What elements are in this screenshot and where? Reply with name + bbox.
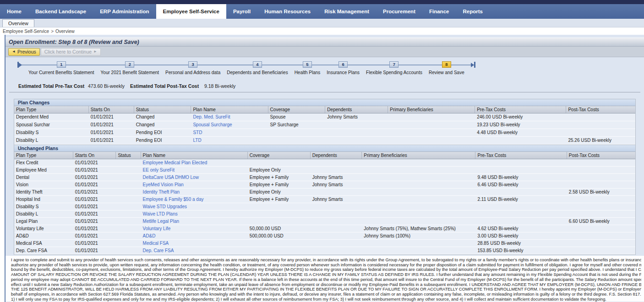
plan-name-link[interactable]: Employee & Family $50 a day	[141, 196, 248, 203]
plan-name-link[interactable]: DeltaCare USA DHMO Low	[141, 174, 248, 181]
disclaimer-line: I agree to complete and submit to any pr…	[11, 258, 641, 263]
wizard-step-2[interactable]: 2Your 2021 Benefit Statement	[101, 61, 159, 75]
plan-name-link[interactable]: AD&D	[141, 232, 248, 239]
cell-post-tax-costs	[567, 203, 635, 210]
nav-tab-backend-landscape[interactable]: Backend Landscape	[28, 4, 93, 19]
cell-primary-beneficiaries	[388, 137, 475, 144]
wizard-step-3[interactable]: 3Personal and Address data	[165, 61, 220, 75]
cell-dependents: Johnny Smarts	[311, 174, 362, 181]
cell-plan-type: Voluntary Life	[14, 225, 73, 232]
breadcrumb-item-employee-self-service[interactable]: Employee Self-Service	[3, 29, 49, 34]
cell-pre-tax-costs: 19.23 USD Bi-weekly	[475, 121, 566, 129]
wizard-step-7[interactable]: 7Flexible Spending Accounts	[366, 61, 422, 75]
cell-post-tax-costs: 6.60 USD Bi-weekly	[567, 218, 635, 225]
nav-tab-risk-management[interactable]: Risk Management	[317, 4, 376, 19]
cell-dependents	[311, 232, 362, 239]
wizard-step-5[interactable]: 5Health Plans	[295, 61, 321, 75]
wizard-step-number-7: 7	[389, 61, 398, 68]
wizard-step-label-3: Personal and Address data	[165, 70, 220, 75]
cell-dependents	[311, 240, 362, 247]
plan-changes-title: Plan Changes	[14, 99, 635, 106]
column-header-plan-name: Plan Name	[141, 152, 248, 159]
table-row: AD&D01/01/2021AD&D500,000.00 USDJohnny S…	[14, 232, 635, 240]
cell-status	[116, 181, 141, 188]
tab-overview[interactable]: Overview	[2, 19, 34, 27]
cell-plan-type: Disability L	[14, 137, 89, 144]
plan-name-link[interactable]: Medical FSA	[141, 240, 248, 247]
plan-name-link[interactable]: Identity Theft Plan	[141, 189, 248, 195]
nav-tab-home[interactable]: Home	[0, 4, 28, 19]
cell-pre-tax-costs	[475, 210, 567, 217]
nav-tab-human-resources[interactable]: Human Resources	[257, 4, 317, 19]
column-header-coverage: Coverage	[268, 106, 326, 113]
column-header-coverage: Coverage	[248, 152, 311, 159]
nav-tab-reports[interactable]: Reports	[456, 4, 489, 19]
plan-name-link[interactable]: Dep. Care FSA	[141, 247, 248, 254]
cell-primary-beneficiaries	[362, 189, 475, 195]
cell-status	[116, 240, 141, 247]
table-row: Identity Theft01/01/2021Identity Theft P…	[14, 189, 635, 196]
nav-tab-finance[interactable]: Finance	[422, 4, 456, 19]
wizard-step-1[interactable]: 1Your Current Benefits Statement	[28, 61, 94, 75]
previous-button-label: Previous	[17, 49, 36, 54]
nav-tab-payroll[interactable]: Payroll	[226, 4, 257, 19]
nav-tab-employee-self-service[interactable]: Employee Self-Service	[156, 4, 226, 19]
cell-coverage	[248, 159, 311, 166]
cell-post-tax-costs	[567, 225, 635, 232]
cell-starts-on: 01/01/2021	[73, 174, 116, 181]
cell-starts-on: 01/01/2021	[73, 218, 116, 225]
cell-coverage: Employee + Family	[248, 181, 311, 188]
wizard-step-number-1: 1	[57, 61, 66, 68]
column-header-dependents: Dependents	[311, 152, 362, 159]
pretax-total-value: 473.60 Bi-weekly	[88, 83, 130, 89]
plan-name-link[interactable]: Employee Medical Plan Elected	[141, 159, 248, 166]
cell-coverage	[268, 129, 326, 136]
cell-primary-beneficiaries	[388, 121, 475, 129]
cell-plan-type: Vision	[14, 181, 73, 188]
wizard-step-8[interactable]: 8Review and Save	[429, 61, 464, 75]
cell-starts-on: 01/01/2021	[73, 247, 116, 254]
cell-starts-on: 01/01/2021	[73, 240, 116, 247]
cell-status	[116, 174, 141, 181]
plan-name-link[interactable]: LTD	[191, 137, 268, 144]
plan-name-link[interactable]: EE only SureFit	[141, 167, 248, 173]
button-tray: ◄ Previous Click here to Continue ►	[5, 47, 644, 57]
disclaimer-line: period my employee may adopt CANNOT BE A…	[11, 277, 641, 282]
cell-status	[116, 159, 141, 166]
cell-starts-on: 01/01/2021	[73, 203, 116, 210]
column-header-pre-tax-costs: Pre-Tax Costs	[475, 152, 567, 159]
plan-name-link[interactable]: EyeMed Vision Plan	[141, 181, 248, 188]
table-row: Flex Credit01/01/2021Employee Medical Pl…	[14, 159, 635, 167]
previous-button[interactable]: ◄ Previous	[8, 48, 40, 56]
continue-button[interactable]: Click here to Continue ►	[41, 48, 101, 56]
nav-tab-procurement[interactable]: Procurement	[376, 4, 422, 19]
cell-status: Pending EOI	[134, 137, 191, 144]
wizard-step-number-2: 2	[125, 61, 134, 68]
wizard-step-4[interactable]: 4Dependents and Beneficiaries	[227, 61, 288, 75]
plan-name-link[interactable]: Spousal Surcharge	[191, 121, 268, 129]
wizard-step-6[interactable]: 6Insurance Plans	[327, 61, 360, 75]
cell-post-tax-costs	[566, 113, 635, 121]
table-row: Vision01/01/2021EyeMed Vision PlanEmploy…	[14, 181, 635, 189]
cell-primary-beneficiaries	[362, 240, 475, 247]
plan-name-link[interactable]: Metlife Legal Plan	[141, 218, 248, 225]
cell-pre-tax-costs	[475, 137, 566, 144]
plan-name-link[interactable]: STD	[191, 129, 268, 136]
plan-name-link[interactable]: Waive STD Upgrades	[141, 203, 248, 210]
breadcrumb-item-overview: Overview	[55, 29, 75, 34]
cell-status	[116, 225, 141, 232]
cell-status	[116, 218, 141, 225]
cell-coverage: Employee Only	[248, 167, 311, 173]
cell-post-tax-costs: 25.26 USD Bi-weekly	[566, 137, 635, 144]
cell-coverage	[268, 137, 326, 144]
plan-name-link[interactable]: Waive LTD Plans	[141, 210, 248, 217]
nav-tab-erp-administration[interactable]: ERP Administration	[93, 4, 156, 19]
cell-primary-beneficiaries	[362, 159, 475, 166]
plan-name-link[interactable]: Voluntary Life	[141, 225, 248, 232]
cell-pre-tax-costs: 153.85 USD Bi-weekly	[475, 247, 567, 254]
cell-pre-tax-costs	[475, 203, 567, 210]
disclaimer-line: AMOUNT OF SALARY REDUCTION OR REVOKE THE…	[11, 272, 641, 277]
cell-plan-type: Disability S	[14, 203, 73, 210]
plan-name-link[interactable]: Dep. Med. SureFit	[191, 113, 268, 121]
wizard-step-number-4: 4	[253, 61, 262, 68]
